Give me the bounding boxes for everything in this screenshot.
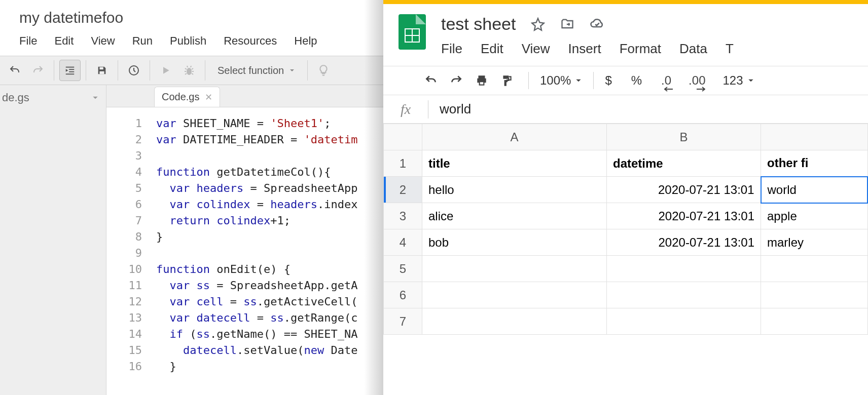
cell-c4[interactable]: marley xyxy=(761,229,868,256)
row-header-3[interactable]: 3 xyxy=(384,203,422,229)
indent-button[interactable] xyxy=(59,60,81,81)
menu-tools[interactable]: T xyxy=(726,41,734,57)
menu-publish[interactable]: Publish xyxy=(170,34,206,48)
svg-rect-8 xyxy=(480,82,484,84)
paint-format-button[interactable] xyxy=(497,70,517,91)
file-sidebar: de.gs xyxy=(0,85,106,395)
cell-a2[interactable]: hello xyxy=(422,177,607,203)
cell-b1[interactable]: datetime xyxy=(607,150,761,177)
editor-tab-code[interactable]: Code.gs ✕ xyxy=(154,87,220,107)
cell-c1[interactable]: other fi xyxy=(761,150,868,177)
menu-run[interactable]: Run xyxy=(132,34,153,48)
decrease-decimal-button[interactable]: .0 xyxy=(661,70,671,91)
menu-edit[interactable]: Edit xyxy=(54,34,74,48)
sheets-logo-icon[interactable] xyxy=(399,14,426,50)
row-header-7[interactable]: 7 xyxy=(384,308,422,335)
row-header-5[interactable]: 5 xyxy=(384,256,422,282)
apps-script-ide: my datetimefoo File Edit View Run Publis… xyxy=(0,0,383,395)
svg-rect-2 xyxy=(69,71,74,72)
ide-toolbar: Select function xyxy=(0,56,383,85)
project-title[interactable]: my datetimefoo xyxy=(0,0,383,29)
function-selector[interactable]: Select function xyxy=(210,65,302,76)
more-formats-button[interactable]: 123 xyxy=(722,73,754,88)
cell-a1[interactable]: title xyxy=(422,150,607,177)
lightbulb-icon[interactable] xyxy=(313,60,334,81)
cell-a6[interactable] xyxy=(422,282,607,308)
move-icon[interactable] xyxy=(560,17,574,31)
cell-b6[interactable] xyxy=(607,282,761,308)
line-gutter: 12345678910111213141516 xyxy=(106,107,148,395)
menu-resources[interactable]: Resources xyxy=(224,34,277,48)
menu-file[interactable]: File xyxy=(19,34,37,48)
cell-b2[interactable]: 2020-07-21 13:01 xyxy=(607,177,761,203)
undo-button[interactable] xyxy=(421,70,441,91)
menu-data[interactable]: Data xyxy=(679,41,707,57)
cell-b3[interactable]: 2020-07-21 13:01 xyxy=(607,203,761,229)
formula-input[interactable]: world xyxy=(428,101,868,117)
cell-c5[interactable] xyxy=(761,256,868,282)
menu-view[interactable]: View xyxy=(91,34,115,48)
menu-edit[interactable]: Edit xyxy=(481,41,503,57)
cell-c2[interactable]: world xyxy=(761,177,868,203)
doc-title[interactable]: test sheet xyxy=(441,14,516,34)
star-icon[interactable] xyxy=(531,17,545,31)
google-sheets: test sheet File Edit View Insert Format … xyxy=(383,0,868,395)
cell-b5[interactable] xyxy=(607,256,761,282)
code-area[interactable]: 12345678910111213141516 var SHEET_NAME =… xyxy=(106,107,383,395)
row-header-2[interactable]: 2 xyxy=(384,177,422,203)
redo-button[interactable] xyxy=(446,70,466,91)
cell-a7[interactable] xyxy=(422,308,607,335)
debug-button[interactable] xyxy=(178,60,200,81)
menu-help[interactable]: Help xyxy=(294,34,317,48)
svg-rect-5 xyxy=(99,71,104,74)
cell-b7[interactable] xyxy=(607,308,761,335)
browser-accent-bar xyxy=(383,0,868,4)
sheets-toolbar: 100% $ % .0 .00 123 xyxy=(383,66,868,95)
code-text[interactable]: var SHEET_NAME = 'Sheet1';var DATETIME_H… xyxy=(148,107,383,395)
print-button[interactable] xyxy=(472,70,492,91)
col-header-b[interactable]: B xyxy=(607,124,761,150)
cloud-saved-icon[interactable] xyxy=(590,17,605,32)
currency-button[interactable]: $ xyxy=(605,73,611,88)
close-icon[interactable]: ✕ xyxy=(205,92,212,103)
menu-view[interactable]: View xyxy=(522,41,550,57)
formula-bar: fx world xyxy=(383,95,868,124)
row-header-6[interactable]: 6 xyxy=(384,282,422,308)
col-header-a[interactable]: A xyxy=(422,124,607,150)
row-header-4[interactable]: 4 xyxy=(384,229,422,256)
code-editor: Code.gs ✕ 12345678910111213141516 var SH… xyxy=(106,85,383,395)
cell-c3[interactable]: apple xyxy=(761,203,868,229)
row-header-1[interactable]: 1 xyxy=(384,150,422,177)
col-header-c[interactable] xyxy=(761,124,868,150)
menu-format[interactable]: Format xyxy=(620,41,661,57)
cell-a5[interactable] xyxy=(422,256,607,282)
triggers-button[interactable] xyxy=(123,60,144,81)
cell-b4[interactable]: 2020-07-21 13:01 xyxy=(607,229,761,256)
save-button[interactable] xyxy=(91,60,113,81)
cell-c6[interactable] xyxy=(761,282,868,308)
svg-rect-1 xyxy=(69,69,74,70)
sidebar-file-code[interactable]: de.gs xyxy=(0,85,106,110)
percent-button[interactable]: % xyxy=(631,73,642,88)
svg-rect-4 xyxy=(99,67,103,70)
cell-a4[interactable]: bob xyxy=(422,229,607,256)
sheets-menubar: File Edit View Insert Format Data T xyxy=(441,34,868,66)
menu-insert[interactable]: Insert xyxy=(568,41,601,57)
fx-icon: fx xyxy=(383,101,428,117)
undo-button[interactable] xyxy=(4,60,25,81)
select-all-cell[interactable] xyxy=(384,124,422,150)
svg-rect-0 xyxy=(66,67,75,68)
redo-button[interactable] xyxy=(27,60,49,81)
menu-file[interactable]: File xyxy=(441,41,462,57)
spreadsheet-grid[interactable]: A B 1 title datetime other fi 2 hello 20… xyxy=(383,124,868,395)
cell-c7[interactable] xyxy=(761,308,868,335)
increase-decimal-button[interactable]: .00 xyxy=(689,70,705,91)
svg-rect-3 xyxy=(66,73,75,74)
ide-menubar: File Edit View Run Publish Resources Hel… xyxy=(0,29,383,56)
run-button[interactable] xyxy=(155,60,176,81)
cell-a3[interactable]: alice xyxy=(422,203,607,229)
zoom-selector[interactable]: 100% xyxy=(540,73,582,88)
chevron-down-icon xyxy=(92,94,99,101)
svg-point-7 xyxy=(187,68,192,75)
